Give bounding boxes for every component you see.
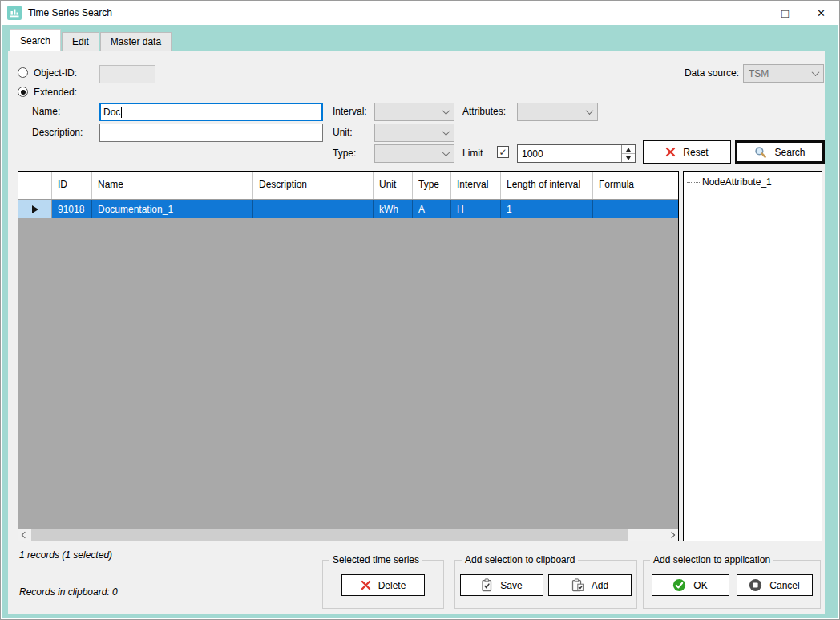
column-header-interval[interactable]: Interval bbox=[451, 172, 501, 199]
attributes-label: Attributes: bbox=[462, 106, 506, 117]
group-title: Selected time series bbox=[329, 554, 422, 565]
tree-node[interactable]: NodeAttribute_1 bbox=[687, 176, 818, 188]
current-row-arrow-icon bbox=[32, 205, 38, 213]
column-header-length-of-interval[interactable]: Length of interval bbox=[501, 172, 593, 199]
save-button[interactable]: Save bbox=[460, 574, 543, 596]
selected-time-series-group: Selected time series Delete bbox=[322, 560, 444, 609]
tab-master-data[interactable]: Master data bbox=[100, 32, 172, 51]
name-input[interactable]: Doc bbox=[99, 103, 323, 121]
tab-area: Search Edit Master data Object-ID: Data … bbox=[2, 25, 838, 618]
arrow-up-icon bbox=[626, 148, 631, 152]
minimize-button[interactable]: — bbox=[731, 1, 767, 25]
node-attribute-tree: NodeAttribute_1 bbox=[683, 171, 822, 541]
close-button[interactable]: ✕ bbox=[803, 1, 839, 25]
column-header-name[interactable]: Name bbox=[92, 172, 253, 199]
description-input[interactable] bbox=[99, 124, 323, 142]
unit-dropdown[interactable] bbox=[374, 124, 454, 142]
records-status: 1 records (1 selected) bbox=[19, 549, 112, 561]
cell-formula bbox=[593, 200, 678, 218]
tab-edit[interactable]: Edit bbox=[62, 32, 99, 51]
tree-node-connector bbox=[687, 182, 700, 183]
tab-strip: Search Edit Master data bbox=[2, 25, 838, 51]
ok-check-icon bbox=[672, 578, 686, 592]
row-selector-cell bbox=[18, 200, 52, 218]
scrollbar-thumb[interactable] bbox=[31, 529, 628, 541]
type-label: Type: bbox=[333, 148, 356, 159]
time-series-search-window: Time Series Search — □ ✕ Search Edit Mas… bbox=[0, 0, 840, 620]
maximize-button[interactable]: □ bbox=[767, 1, 803, 25]
search-tab-page: Object-ID: Data source: TSM Extended: Na… bbox=[8, 51, 825, 614]
cancel-stop-icon bbox=[749, 578, 762, 592]
grid-header-row: ID Name Description Unit Type Interval L… bbox=[18, 172, 678, 200]
scroll-right-button[interactable] bbox=[665, 529, 678, 541]
add-button[interactable]: Add bbox=[548, 574, 632, 596]
save-clipboard-icon bbox=[481, 578, 493, 592]
chevron-down-icon bbox=[442, 128, 450, 136]
red-x-icon bbox=[361, 580, 371, 590]
search-button[interactable]: Search bbox=[735, 140, 825, 164]
limit-label: Limit bbox=[462, 148, 483, 159]
extended-label: Extended: bbox=[34, 87, 77, 98]
cell-name: Documentation_1 bbox=[92, 200, 253, 218]
chevron-down-icon bbox=[442, 148, 450, 156]
spinner-up-button[interactable] bbox=[622, 145, 635, 154]
text-caret bbox=[121, 107, 122, 118]
horizontal-scrollbar[interactable] bbox=[18, 529, 678, 541]
chevron-down-icon bbox=[586, 107, 594, 115]
type-dropdown[interactable] bbox=[374, 144, 454, 163]
cell-interval: H bbox=[451, 200, 501, 218]
search-icon bbox=[754, 146, 767, 159]
limit-checkbox[interactable]: ✓ bbox=[497, 146, 509, 158]
group-title: Add selection to clipboard bbox=[462, 554, 578, 565]
chevron-down-icon bbox=[442, 107, 450, 115]
red-x-icon bbox=[665, 147, 676, 157]
arrow-down-icon bbox=[626, 156, 631, 160]
object-id-radio[interactable] bbox=[18, 67, 28, 78]
ok-button[interactable]: OK bbox=[652, 574, 729, 596]
column-header-id[interactable]: ID bbox=[52, 172, 92, 199]
add-clipboard-icon bbox=[571, 578, 584, 592]
tab-search[interactable]: Search bbox=[10, 29, 61, 51]
scroll-left-button[interactable] bbox=[18, 529, 31, 541]
title-bar: Time Series Search — □ ✕ bbox=[1, 1, 839, 25]
cancel-button[interactable]: Cancel bbox=[737, 574, 813, 596]
unit-label: Unit: bbox=[333, 127, 353, 138]
cell-description bbox=[253, 200, 374, 218]
cell-id: 91018 bbox=[52, 200, 92, 218]
limit-value-input[interactable]: 1000 bbox=[517, 144, 636, 163]
row-selector-header[interactable] bbox=[18, 172, 52, 199]
chevron-left-icon bbox=[22, 531, 28, 537]
column-header-description[interactable]: Description bbox=[253, 172, 374, 199]
group-title: Add selection to application bbox=[650, 554, 773, 565]
reset-button[interactable]: Reset bbox=[643, 140, 731, 164]
add-to-clipboard-group: Add selection to clipboard Save bbox=[454, 560, 637, 609]
column-header-formula[interactable]: Formula bbox=[593, 172, 678, 199]
interval-dropdown[interactable] bbox=[374, 103, 454, 121]
object-id-label: Object-ID: bbox=[34, 67, 77, 79]
object-id-input[interactable] bbox=[99, 65, 155, 83]
cell-type: A bbox=[413, 200, 451, 218]
cell-unit: kWh bbox=[374, 200, 413, 218]
data-source-dropdown[interactable]: TSM bbox=[743, 64, 824, 83]
data-source-label: Data source: bbox=[665, 67, 739, 79]
extended-radio[interactable] bbox=[18, 87, 28, 97]
description-label: Description: bbox=[32, 127, 83, 138]
attributes-dropdown[interactable] bbox=[517, 103, 598, 121]
chevron-down-icon bbox=[812, 68, 820, 76]
column-header-unit[interactable]: Unit bbox=[374, 172, 413, 199]
spinner-down-button[interactable] bbox=[622, 154, 635, 162]
app-logo-icon bbox=[7, 6, 22, 20]
column-header-type[interactable]: Type bbox=[413, 172, 451, 199]
window-title: Time Series Search bbox=[28, 7, 112, 18]
limit-spinner bbox=[621, 145, 635, 162]
clipboard-status: Records in clipboard: 0 bbox=[19, 586, 118, 598]
interval-label: Interval: bbox=[333, 106, 367, 117]
add-to-application-group: Add selection to application OK bbox=[643, 560, 821, 609]
name-label: Name: bbox=[32, 106, 60, 117]
results-grid: ID Name Description Unit Type Interval L… bbox=[18, 171, 679, 541]
checkmark-icon: ✓ bbox=[499, 147, 507, 158]
delete-button[interactable]: Delete bbox=[341, 574, 425, 596]
cell-length-of-interval: 1 bbox=[501, 200, 593, 218]
table-row-selected[interactable]: 91018 Documentation_1 kWh A H 1 bbox=[18, 200, 678, 218]
chevron-right-icon bbox=[668, 531, 675, 537]
